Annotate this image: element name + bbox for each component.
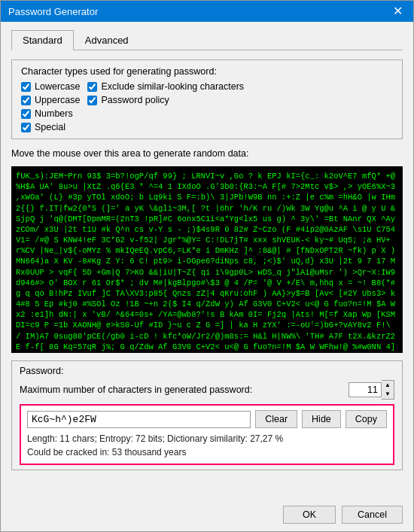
password-input-row: Clear Hide Copy	[27, 410, 387, 428]
random-area[interactable]: fUK_s):JEM~Prn 93$ 3=b?!ogP/qf 99} ; LRN…	[11, 166, 403, 353]
exclude-similar-label: Exclude similar-looking characters	[101, 81, 244, 92]
stats-line1: Length: 11 chars; Entropy: 72 bits; Dict…	[27, 432, 387, 445]
ok-button[interactable]: OK	[283, 506, 336, 524]
exclude-similar-checkbox-item[interactable]: Exclude similar-looking characters	[87, 81, 244, 92]
max-chars-row: Maximum number of characters in generate…	[20, 380, 394, 400]
special-checkbox-item[interactable]: Special	[21, 122, 80, 132]
main-content: Standard Advanced Character types used f…	[1, 22, 413, 500]
password-policy-checkbox-item[interactable]: Password policy	[87, 95, 244, 105]
lowercase-checkbox[interactable]	[21, 82, 31, 92]
char-types-layout: Lowercase Uppercase Numbers Special	[21, 81, 393, 132]
copy-button[interactable]: Copy	[346, 410, 387, 428]
left-checkboxes: Lowercase Uppercase Numbers Special	[21, 81, 80, 132]
close-button[interactable]: ✕	[390, 5, 406, 17]
spinner-up-button[interactable]: ▲	[382, 381, 394, 390]
uppercase-label: Uppercase	[35, 95, 80, 105]
clear-button[interactable]: Clear	[255, 410, 297, 428]
hide-button[interactable]: Hide	[302, 410, 341, 428]
password-section-title: Password:	[20, 366, 394, 376]
max-chars-input[interactable]	[349, 382, 382, 397]
cancel-button[interactable]: Cancel	[342, 506, 403, 524]
spinner-down-button[interactable]: ▼	[382, 390, 394, 399]
tab-advanced[interactable]: Advanced	[74, 30, 140, 50]
title-bar: Password Generator ✕	[1, 1, 413, 22]
random-area-label: Move the mouse over this area to generat…	[11, 148, 403, 159]
lowercase-checkbox-item[interactable]: Lowercase	[21, 81, 80, 92]
spinner-buttons: ▲ ▼	[382, 380, 394, 400]
password-box: Clear Hide Copy Length: 11 chars; Entrop…	[20, 404, 394, 465]
password-input[interactable]	[27, 411, 251, 428]
right-checkboxes: Exclude similar-looking characters Passw…	[87, 81, 244, 132]
password-policy-label: Password policy	[101, 95, 169, 105]
password-policy-checkbox[interactable]	[87, 96, 97, 105]
stats-line2: Could be cracked in: 53 thousand years	[27, 445, 387, 459]
password-section: Password: Maximum number of characters i…	[11, 360, 403, 470]
bottom-bar: OK Cancel	[1, 500, 413, 531]
numbers-checkbox-item[interactable]: Numbers	[21, 108, 80, 119]
uppercase-checkbox-item[interactable]: Uppercase	[21, 95, 80, 105]
lowercase-label: Lowercase	[35, 81, 80, 92]
tab-bar: Standard Advanced	[11, 29, 403, 50]
char-types-title: Character types used for generating pass…	[21, 66, 393, 77]
numbers-label: Numbers	[35, 108, 73, 119]
special-label: Special	[35, 122, 65, 132]
exclude-similar-checkbox[interactable]	[87, 82, 97, 92]
numbers-checkbox[interactable]	[21, 109, 31, 119]
password-generator-window: Password Generator ✕ Standard Advanced C…	[0, 0, 414, 532]
special-checkbox[interactable]	[21, 123, 31, 132]
max-chars-spinner: ▲ ▼	[349, 380, 394, 400]
max-chars-label: Maximum number of characters in generate…	[20, 385, 252, 395]
tab-standard[interactable]: Standard	[11, 30, 74, 50]
char-types-section: Character types used for generating pass…	[11, 59, 403, 139]
window-title: Password Generator	[8, 6, 98, 17]
uppercase-checkbox[interactable]	[21, 96, 31, 105]
password-stats: Length: 11 chars; Entropy: 72 bits; Dict…	[27, 432, 387, 459]
